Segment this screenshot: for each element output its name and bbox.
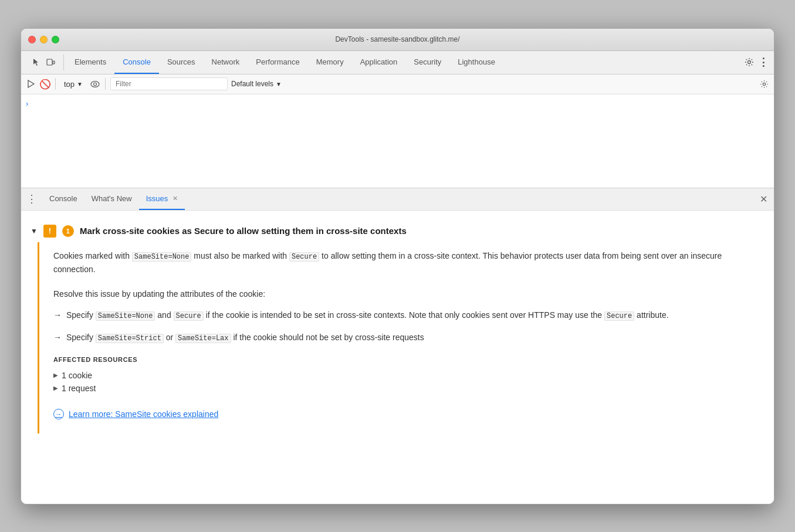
- issue-title: Mark cross-site cookies as Secure to all…: [80, 226, 407, 236]
- window-title: DevTools - samesite-sandbox.glitch.me/: [335, 35, 459, 43]
- play-icon[interactable]: [26, 79, 36, 89]
- bottom-panel-tab-bar: ⋮ Console What's New Issues ✕ ✕: [21, 188, 774, 211]
- tab-elements[interactable]: Elements: [66, 51, 114, 74]
- dropdown-arrow-icon: ▼: [77, 81, 83, 87]
- code-samesiteLax: SameSite=Lax: [175, 334, 231, 343]
- bullet-item-1: → Specify SameSite=None and Secure if th…: [53, 309, 760, 322]
- devtools-window: DevTools - samesite-sandbox.glitch.me/ E…: [21, 28, 774, 504]
- eye-icon[interactable]: [90, 79, 100, 89]
- issue-expand-chevron-icon: ▼: [31, 227, 38, 235]
- toolbar-sep-2: [105, 78, 106, 90]
- issue-description: Cookies marked with SameSite=None must a…: [53, 249, 760, 276]
- resolve-text: Resolve this issue by updating the attri…: [53, 287, 760, 300]
- console-settings-icon[interactable]: [759, 79, 769, 89]
- toolbar-right: ⋮: [736, 51, 774, 74]
- panel-tab-console[interactable]: Console: [42, 188, 84, 210]
- issues-tab-close[interactable]: ✕: [172, 195, 178, 202]
- issue-count-badge: 1: [62, 225, 74, 237]
- bullet-item-2: → Specify SameSite=Strict or SameSite=La…: [53, 331, 760, 344]
- console-content: ›: [21, 94, 774, 188]
- tab-console[interactable]: Console: [114, 51, 159, 74]
- console-toolbar: 🚫 top ▼ Default levels ▼: [21, 74, 774, 94]
- panel-menu-icon[interactable]: ⋮: [26, 193, 38, 205]
- device-toggle-icon[interactable]: [45, 56, 56, 68]
- code-samesiteNone-2: SameSite=None: [96, 311, 155, 321]
- tab-lighthouse[interactable]: Lighthouse: [449, 51, 503, 74]
- resource-chevron-icon-2: ▶: [53, 385, 58, 391]
- learn-more-icon: →: [53, 409, 64, 419]
- issue-body: Cookies marked with SameSite=None must a…: [38, 242, 774, 433]
- svg-point-5: [93, 83, 96, 86]
- levels-dropdown-arrow-icon: ▼: [276, 81, 282, 87]
- svg-marker-3: [28, 80, 34, 87]
- toolbar-sep-1: [55, 78, 56, 90]
- maximize-button[interactable]: [52, 36, 59, 43]
- affected-resources-label: Affected Resources: [53, 356, 760, 363]
- title-bar: DevTools - samesite-sandbox.glitch.me/: [21, 29, 774, 51]
- resource-chevron-icon-1: ▶: [53, 372, 58, 378]
- issue-warning-icon: !: [43, 225, 56, 238]
- tab-performance[interactable]: Performance: [248, 51, 307, 74]
- devtools-tab-bar: Elements Console Sources Network Perform…: [21, 51, 774, 74]
- code-secure-3: Secure: [604, 311, 634, 321]
- toolbar-icons: [26, 51, 61, 74]
- console-prompt-icon[interactable]: ›: [26, 99, 28, 108]
- close-button[interactable]: [28, 36, 36, 43]
- tab-network[interactable]: Network: [204, 51, 248, 74]
- description-paragraph-1: Cookies marked with SameSite=None must a…: [53, 249, 760, 276]
- levels-selector[interactable]: Default levels ▼: [231, 80, 282, 88]
- issue-header[interactable]: ▼ ! 1 Mark cross-site cookies as Secure …: [21, 220, 774, 242]
- resource-item-cookie[interactable]: ▶ 1 cookie: [53, 369, 760, 382]
- affected-resources: Affected Resources ▶ 1 cookie ▶ 1 reques…: [53, 356, 760, 395]
- cursor-icon[interactable]: [31, 56, 42, 68]
- svg-point-2: [748, 61, 751, 64]
- svg-rect-1: [53, 61, 55, 64]
- toolbar-right-settings: [759, 79, 769, 89]
- context-selector[interactable]: top ▼: [60, 79, 86, 90]
- tab-security[interactable]: Security: [405, 51, 449, 74]
- code-secure-1: Secure: [289, 252, 319, 262]
- traffic-lights: [28, 36, 59, 43]
- settings-icon[interactable]: [743, 56, 755, 68]
- code-secure-2: Secure: [174, 311, 204, 321]
- svg-point-6: [763, 83, 765, 85]
- code-samesiteNone-1: SameSite=None: [132, 252, 192, 262]
- minimize-button[interactable]: [40, 36, 48, 43]
- resource-item-request[interactable]: ▶ 1 request: [53, 382, 760, 395]
- tab-separator-1: [63, 55, 64, 70]
- panel-close-button[interactable]: ✕: [757, 193, 769, 205]
- panel-tab-issues[interactable]: Issues ✕: [139, 188, 185, 210]
- tab-application[interactable]: Application: [352, 51, 406, 74]
- issues-content: ▼ ! 1 Mark cross-site cookies as Secure …: [21, 211, 774, 504]
- more-options-icon[interactable]: ⋮: [757, 56, 769, 68]
- tab-memory[interactable]: Memory: [308, 51, 352, 74]
- filter-input[interactable]: [110, 77, 228, 90]
- svg-point-4: [91, 81, 99, 87]
- tab-sources[interactable]: Sources: [159, 51, 204, 74]
- block-icon[interactable]: 🚫: [40, 79, 50, 89]
- panel-tab-whats-new[interactable]: What's New: [84, 188, 139, 210]
- learn-more-link[interactable]: → Learn more: SameSite cookies explained: [53, 409, 760, 419]
- arrow-icon-2: →: [53, 331, 62, 344]
- code-samesiteStrict: SameSite=Strict: [96, 334, 164, 343]
- arrow-icon-1: →: [53, 309, 62, 322]
- svg-rect-0: [47, 59, 52, 65]
